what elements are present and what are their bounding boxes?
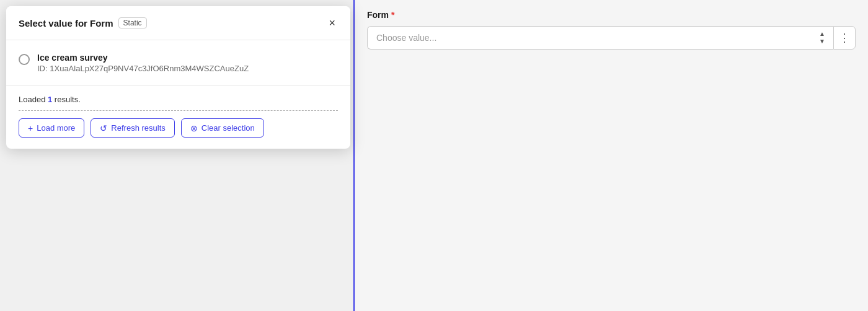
required-star: * (391, 10, 394, 20)
clear-icon: ⊗ (190, 124, 198, 133)
id-label: ID: (37, 64, 48, 73)
close-button[interactable]: × (326, 16, 338, 30)
form-input-row: Choose value... ▲ ▼ ⋮ (367, 26, 856, 50)
refresh-icon: ↺ (100, 124, 107, 133)
modal-footer: Loaded 1 results. + Load more ↺ Refresh … (6, 85, 350, 149)
refresh-label: Refresh results (111, 123, 165, 133)
refresh-results-button[interactable]: ↺ Refresh results (91, 118, 174, 138)
select-value-modal: Select value for Form Static × Ice cream… (6, 6, 350, 149)
choose-value-placeholder: Choose value... (376, 33, 436, 43)
chevron-up-icon: ▲ (819, 31, 825, 37)
static-badge: Static (118, 17, 147, 28)
modal-title-text: Select value for Form (19, 18, 113, 28)
form-label-text: Form (367, 10, 389, 20)
result-item[interactable]: Ice cream survey ID: 1XuaAlaLpX27qP9NV47… (19, 48, 338, 78)
more-options-button[interactable]: ⋮ (833, 26, 856, 50)
radio-button[interactable] (19, 54, 30, 65)
form-field-label: Form * (367, 10, 856, 20)
clear-selection-button[interactable]: ⊗ Clear selection (181, 118, 264, 138)
plus-icon: + (28, 124, 33, 133)
load-more-label: Load more (37, 123, 75, 133)
chevron-down-icon: ▼ (819, 38, 825, 45)
more-dots-icon: ⋮ (839, 31, 850, 45)
id-value: 1XuaAlaLpX27qP9NV47c3JfO6Rnm3M4WSZCAueZu… (50, 64, 249, 73)
clear-label: Clear selection (202, 123, 255, 133)
footer-buttons: + Load more ↺ Refresh results ⊗ Clear se… (19, 118, 338, 138)
modal-title: Select value for Form Static (19, 17, 147, 28)
left-panel: Select value for Form Static × Ice cream… (0, 0, 353, 311)
result-name: Ice cream survey (37, 53, 249, 63)
modal-results: Ice cream survey ID: 1XuaAlaLpX27qP9NV47… (6, 40, 350, 85)
loaded-text: Loaded 1 results. (19, 95, 338, 111)
loaded-suffix: results. (52, 95, 81, 104)
modal-header: Select value for Form Static × (6, 6, 350, 40)
result-id: ID: 1XuaAlaLpX27qP9NV47c3JfO6Rnm3M4WSZCA… (37, 64, 249, 73)
result-info: Ice cream survey ID: 1XuaAlaLpX27qP9NV47… (37, 53, 249, 73)
choose-value-select[interactable]: Choose value... (367, 26, 811, 50)
loaded-prefix: Loaded (19, 95, 48, 104)
right-panel: Form * Choose value... ▲ ▼ ⋮ (355, 0, 868, 311)
load-more-button[interactable]: + Load more (19, 118, 84, 138)
chevron-updown-button[interactable]: ▲ ▼ (811, 26, 833, 50)
